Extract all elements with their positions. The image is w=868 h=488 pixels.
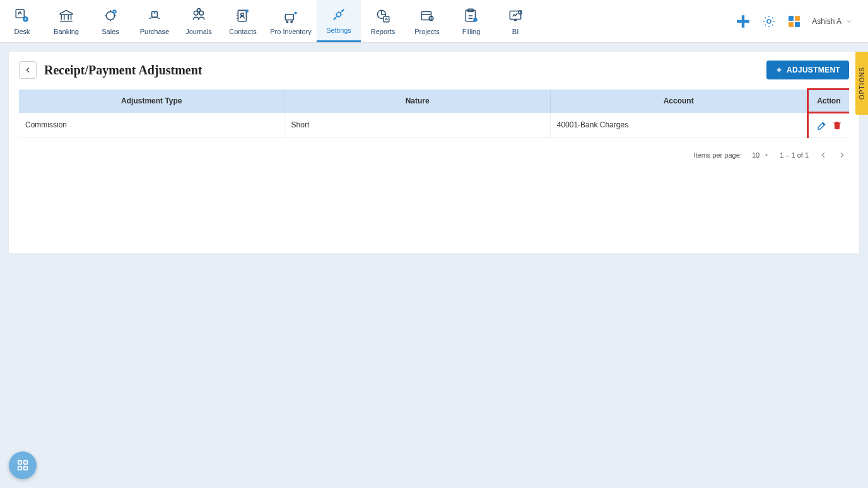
cell-nature: Short	[284, 113, 550, 138]
desk-icon	[14, 8, 30, 24]
nav-label: Purchase	[140, 28, 169, 35]
cell-action	[807, 113, 849, 138]
user-name: Ashish A	[812, 17, 842, 26]
svg-rect-11	[245, 9, 248, 12]
settings-icon	[331, 6, 347, 23]
svg-rect-26	[789, 16, 794, 21]
top-navbar: Desk Banking Sales Purchase Journals	[0, 0, 868, 43]
svg-point-14	[291, 21, 292, 22]
svg-rect-29	[795, 22, 800, 27]
nav-bi[interactable]: BI	[493, 0, 537, 42]
th-account: Account	[550, 90, 807, 113]
svg-point-25	[767, 20, 771, 23]
svg-rect-12	[285, 14, 293, 20]
svg-point-15	[337, 13, 341, 17]
svg-point-10	[241, 13, 243, 15]
purchase-icon	[146, 8, 163, 24]
nav-contacts[interactable]: Contacts	[221, 0, 265, 42]
adjustment-button[interactable]: ADJUSTMENT	[766, 61, 849, 79]
svg-point-22	[473, 18, 478, 22]
filling-icon	[463, 8, 479, 24]
delete-icon[interactable]	[831, 120, 843, 131]
nav-label: Reports	[371, 28, 396, 35]
nav-label: Contacts	[229, 28, 256, 35]
nav-purchase[interactable]: Purchase	[132, 0, 177, 42]
cell-type: Commission	[19, 113, 284, 138]
plus-icon	[775, 66, 783, 74]
reports-icon	[375, 8, 391, 24]
th-action: Action	[807, 90, 849, 113]
svg-rect-5	[154, 11, 155, 13]
th-nature: Nature	[284, 90, 550, 113]
nav-label: Projects	[414, 28, 440, 35]
nav-label: Filling	[462, 28, 481, 35]
apps-icon	[16, 458, 30, 472]
bi-icon	[507, 8, 524, 24]
nav-label: Sales	[102, 28, 119, 35]
gear-icon[interactable]	[761, 14, 777, 29]
nav-banking[interactable]: Banking	[44, 0, 88, 42]
card-header: Receipt/Payment Adjustment ADJUSTMENT	[9, 52, 859, 88]
adjustments-table: Adjustment Type Nature Account Action Co…	[19, 88, 849, 138]
items-per-page-label: Items per page:	[693, 151, 741, 159]
items-per-page-select[interactable]: 10	[752, 151, 770, 159]
paginator-range: 1 – 1 of 1	[780, 151, 809, 159]
content-area: Receipt/Payment Adjustment ADJUSTMENT Ad…	[0, 43, 868, 262]
svg-rect-31	[24, 461, 28, 465]
edit-icon[interactable]	[816, 120, 828, 131]
nav-label: Journals	[185, 28, 212, 35]
dropdown-icon	[763, 152, 770, 158]
nav-label: Banking	[54, 28, 79, 35]
page-title: Receipt/Payment Adjustment	[44, 63, 202, 78]
contacts-icon	[235, 8, 251, 24]
nav-sales[interactable]: Sales	[88, 0, 132, 42]
svg-rect-32	[18, 467, 22, 470]
nav-settings[interactable]: Settings	[317, 0, 361, 42]
table-wrap: Adjustment Type Nature Account Action Co…	[9, 88, 859, 143]
inventory-icon	[283, 8, 299, 24]
svg-rect-30	[18, 461, 22, 465]
user-menu[interactable]: Ashish A	[812, 17, 853, 26]
journals-icon	[191, 8, 207, 24]
svg-rect-17	[384, 16, 389, 22]
chevron-down-icon	[845, 18, 853, 25]
next-page-icon[interactable]	[838, 151, 847, 160]
items-per-page-value: 10	[752, 151, 760, 159]
svg-rect-27	[795, 16, 800, 21]
main-card: Receipt/Payment Adjustment ADJUSTMENT Ad…	[9, 52, 859, 253]
nav-filling[interactable]: Filling	[449, 0, 493, 42]
nav-items: Desk Banking Sales Purchase Journals	[0, 0, 537, 42]
nav-label: BI	[512, 28, 519, 35]
topbar-right: Ashish A	[735, 0, 868, 42]
prev-page-icon[interactable]	[819, 151, 828, 160]
th-type: Adjustment Type	[19, 90, 284, 113]
options-tab-label: OPTIONS	[859, 67, 865, 100]
banking-icon	[58, 8, 74, 24]
sales-icon	[102, 8, 119, 24]
apps-fab[interactable]	[9, 451, 37, 479]
nav-projects[interactable]: Projects	[405, 0, 449, 42]
svg-rect-28	[789, 22, 794, 27]
table-row: Commission Short 40001-Bank Charges	[19, 113, 849, 138]
nav-label: Pro Inventory	[270, 28, 311, 35]
paginator: Items per page: 10 1 – 1 of 1	[9, 143, 859, 167]
back-button[interactable]	[19, 61, 37, 79]
nav-proinventory[interactable]: Pro Inventory	[265, 0, 317, 42]
nav-journals[interactable]: Journals	[177, 0, 221, 42]
nav-label: Desk	[14, 28, 30, 35]
nav-label: Settings	[326, 26, 351, 34]
cell-account: 40001-Bank Charges	[550, 113, 807, 138]
nav-desk[interactable]: Desk	[0, 0, 44, 42]
add-icon[interactable]	[735, 13, 751, 30]
projects-icon	[419, 8, 435, 24]
calculator-icon[interactable]	[787, 14, 802, 29]
svg-point-13	[287, 21, 288, 22]
adjustment-button-label: ADJUSTMENT	[787, 66, 840, 74]
options-tab[interactable]: OPTIONS	[855, 52, 868, 115]
nav-reports[interactable]: Reports	[361, 0, 405, 42]
svg-rect-33	[24, 467, 28, 470]
